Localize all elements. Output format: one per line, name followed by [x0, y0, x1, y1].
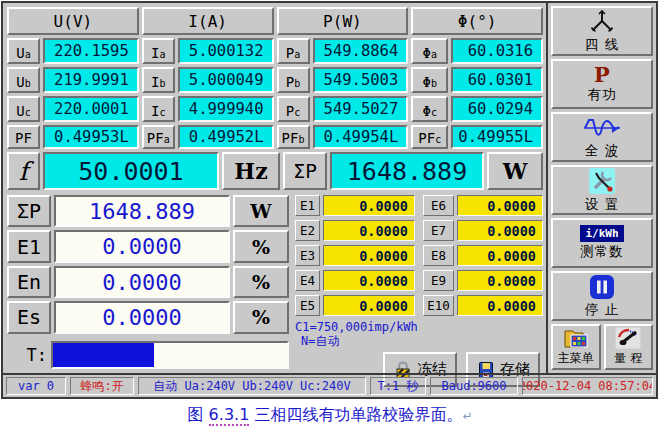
wiring-mode-button[interactable]: 四 线	[551, 6, 653, 56]
phic-label: Φc	[411, 96, 448, 122]
pf-value: 0.49953L	[43, 125, 139, 149]
freq-label: f	[7, 152, 40, 190]
pfa-value: 0.49952L	[178, 125, 274, 149]
active-power-button[interactable]: P 有功	[551, 59, 653, 109]
e-value: 0.0000	[457, 220, 543, 241]
ub-value: 219.9991	[43, 67, 139, 93]
gauge-icon	[615, 327, 641, 349]
status-timer: T:1 秒	[370, 377, 426, 395]
e-label: E4	[295, 270, 320, 291]
pfb-value: 0.49954L	[313, 125, 409, 149]
stop-label: 停 止	[585, 301, 619, 319]
readout-label: E1	[7, 230, 51, 262]
pb-label: Pb	[277, 67, 310, 93]
frequency-row: f 50.0001 Hz ΣP 1648.889 W	[7, 152, 543, 190]
caption-text: 三相四线有功单路校验界面。	[249, 405, 462, 424]
phib-label: Φb	[411, 67, 448, 93]
e-label: E5	[295, 295, 320, 316]
e-value: 0.0000	[457, 270, 543, 291]
ua-label: Ua	[7, 38, 40, 64]
status-var: var 0	[6, 377, 66, 395]
settings-label: 设 置	[585, 196, 619, 214]
pf-label: PF	[7, 125, 40, 149]
readout-label: En	[7, 266, 51, 298]
measure-constant-label: 测常数	[580, 243, 624, 261]
readout-unit: %	[233, 230, 289, 262]
main-menu-button[interactable]: 主菜单	[551, 324, 601, 370]
header-voltage: U(V)	[7, 7, 139, 35]
table-row: Ub219.9991 Ib5.000049 Pb549.5003 Φb60.03…	[7, 67, 543, 93]
power-factor-row: PF0.49953L PFa0.49952L PFb0.49954L PFc0.…	[7, 125, 543, 149]
phia-label: Φa	[411, 38, 448, 64]
readout-label: ΣP	[7, 195, 51, 227]
status-datetime: 2020-12-04 08:57:04	[522, 377, 653, 395]
e-label: E9	[423, 270, 454, 291]
sum-power-value: 1648.889	[330, 152, 484, 190]
phib-value: 60.0301	[451, 67, 543, 93]
uc-value: 220.0001	[43, 96, 139, 122]
tools-icon	[588, 167, 616, 195]
caption-prefix: 图	[188, 405, 209, 424]
stop-button[interactable]: 停 止	[551, 271, 653, 321]
table-row: Uc220.0001 Ic4.999940 Pc549.5027 Φc60.02…	[7, 96, 543, 122]
readout-label: Es	[7, 301, 51, 333]
sum-power-label: ΣP	[283, 152, 327, 190]
phia-value: 60.0316	[451, 38, 543, 64]
pc-value: 549.5027	[313, 96, 409, 122]
range-label: 量 程	[614, 350, 642, 367]
readout-value: 0.0000	[54, 230, 230, 262]
readout-unit: %	[233, 301, 289, 333]
header-phase-angle: Φ(°)	[411, 7, 543, 35]
phic-value: 60.0294	[451, 96, 543, 122]
timer-progress-bar	[51, 341, 289, 369]
e-value: 0.0000	[323, 195, 415, 216]
e-label: E10	[423, 295, 454, 316]
sum-power-readout: ΣP 1648.889 W	[7, 195, 289, 227]
header-current: I(A)	[142, 7, 274, 35]
wye-icon	[587, 9, 617, 35]
full-wave-button[interactable]: 全 波	[551, 112, 653, 162]
pfb-label: PFb	[277, 125, 310, 149]
timer-progress-fill	[53, 343, 154, 367]
meter-panel: U(V) I(A) P(W) Φ(°) Ua220.1595 Ia5.00013…	[1, 1, 658, 399]
ic-label: Ic	[142, 96, 175, 122]
readout-value: 1648.889	[54, 195, 230, 227]
error-e1-readout: E1 0.0000 %	[7, 230, 289, 262]
pfc-label: PFc	[411, 125, 448, 149]
ic-value: 4.999940	[178, 96, 274, 122]
freq-value: 50.0001	[43, 152, 219, 190]
measure-constant-button[interactable]: i/kWh 测常数	[551, 218, 653, 268]
e-label: E2	[295, 220, 320, 241]
status-baud-rate: Baud:9600	[430, 377, 518, 395]
pause-icon	[589, 274, 615, 300]
settings-button[interactable]: 设 置	[551, 165, 653, 215]
freq-unit: Hz	[222, 152, 280, 190]
error-list-1-5: E10.0000 E20.0000 E30.0000 E40.0000 E50.…	[295, 195, 415, 316]
error-list-6-10: E60.0000 E70.0000 E80.0000 E90.0000 E100…	[423, 195, 543, 316]
main-menu-label: 主菜单	[558, 350, 594, 367]
figure-caption: 图 6.3.1 三相四线有功单路校验界面。↵	[0, 405, 660, 426]
e-label: E7	[423, 220, 454, 241]
e-value: 0.0000	[323, 295, 415, 316]
meter-constant-text: C1=750,000imp/kWh	[295, 320, 543, 334]
sum-power-unit: W	[487, 152, 543, 190]
e-value: 0.0000	[457, 195, 543, 216]
readout-value: 0.0000	[54, 301, 230, 333]
header-power: P(W)	[277, 7, 409, 35]
error-en-readout: En 0.0000 %	[7, 266, 289, 298]
readout-panel: ΣP 1648.889 W E1 0.0000 % En 0.0000	[7, 195, 289, 371]
range-button[interactable]: 量 程	[604, 324, 654, 370]
ia-value: 5.000132	[178, 38, 274, 64]
e-value: 0.0000	[323, 245, 415, 266]
status-buzzer: 蜂鸣:开	[70, 377, 134, 395]
error-history-panel: E10.0000 E20.0000 E30.0000 E40.0000 E50.…	[295, 195, 543, 371]
wiring-mode-label: 四 线	[585, 36, 619, 54]
readout-unit: %	[233, 266, 289, 298]
measurement-area: U(V) I(A) P(W) Φ(°) Ua220.1595 Ia5.00013…	[3, 3, 546, 373]
timer-row: T:	[7, 339, 289, 371]
ub-label: Ub	[7, 67, 40, 93]
pfc-value: 0.49955L	[451, 125, 543, 149]
waveform-icon	[582, 115, 622, 141]
pfa-label: PFa	[142, 125, 175, 149]
pc-label: Pc	[277, 96, 310, 122]
